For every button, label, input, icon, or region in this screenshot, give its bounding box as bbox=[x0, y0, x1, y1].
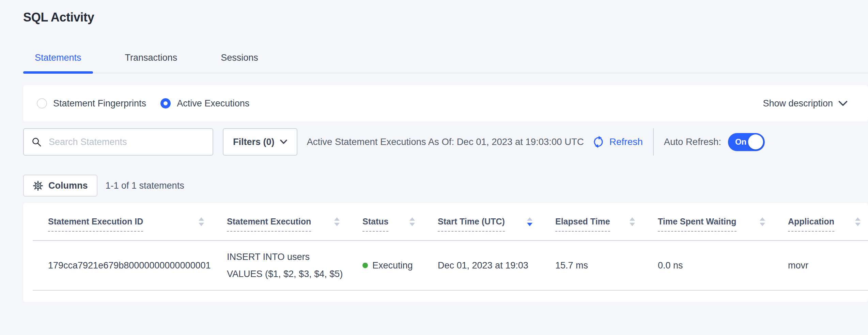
sort-icon bbox=[630, 217, 635, 226]
cell-execution-id: 179cca7921e679b80000000000000001 bbox=[33, 260, 212, 271]
sort-icon bbox=[409, 217, 415, 226]
chevron-down-icon bbox=[838, 101, 848, 106]
search-icon bbox=[31, 137, 42, 147]
cell-application: movr bbox=[773, 260, 868, 271]
sort-icon bbox=[199, 217, 204, 226]
cell-elapsed-time: 15.7 ms bbox=[540, 260, 642, 271]
sort-icon bbox=[760, 217, 765, 226]
tab-statements[interactable]: Statements bbox=[23, 53, 93, 73]
status-dot-icon bbox=[362, 263, 368, 268]
gear-icon bbox=[33, 180, 43, 191]
page-title: SQL Activity bbox=[23, 10, 94, 25]
statements-table-card: Statement Execution ID Statement Executi… bbox=[23, 203, 868, 302]
column-header-elapsed-time[interactable]: Elapsed Time bbox=[540, 212, 642, 232]
result-count: 1-1 of 1 statements bbox=[106, 180, 184, 191]
column-header-application[interactable]: Application bbox=[773, 212, 868, 232]
column-header-time-spent-waiting[interactable]: Time Spent Waiting bbox=[642, 212, 773, 232]
radio-unselected-icon bbox=[37, 98, 47, 108]
filters-label: Filters (0) bbox=[233, 137, 275, 147]
show-description-label: Show description bbox=[763, 98, 833, 109]
column-header-label: Elapsed Time bbox=[555, 217, 610, 232]
refresh-icon bbox=[592, 135, 605, 149]
toggle-state-label: On bbox=[735, 137, 746, 147]
auto-refresh-label: Auto Refresh: bbox=[664, 136, 721, 147]
search-statements-box bbox=[23, 128, 213, 156]
radio-label: Active Executions bbox=[177, 98, 249, 109]
cell-status: Executing bbox=[347, 260, 422, 271]
table-row[interactable]: 179cca7921e679b80000000000000001 INSERT … bbox=[33, 241, 868, 291]
status-label: Executing bbox=[372, 260, 413, 271]
auto-refresh-toggle[interactable]: On bbox=[728, 133, 765, 151]
sort-icon bbox=[334, 217, 340, 226]
filter-bar: Filters (0) Active Statement Executions … bbox=[23, 128, 868, 156]
column-header-status[interactable]: Status bbox=[347, 212, 422, 232]
column-header-label: Statement Execution ID bbox=[48, 217, 143, 232]
columns-label: Columns bbox=[48, 180, 88, 191]
column-header-statement-execution-id[interactable]: Statement Execution ID bbox=[33, 212, 212, 232]
column-header-start-time[interactable]: Start Time (UTC) bbox=[422, 212, 540, 232]
sort-icon bbox=[855, 217, 861, 226]
tab-transactions[interactable]: Transactions bbox=[113, 53, 189, 73]
cell-statement: INSERT INTO users VALUES ($1, $2, $3, $4… bbox=[212, 248, 347, 282]
tab-sessions[interactable]: Sessions bbox=[209, 53, 270, 73]
sort-icon-descending-active bbox=[527, 217, 532, 226]
statements-table: Statement Execution ID Statement Executi… bbox=[33, 203, 868, 291]
as-of-timestamp: Active Statement Executions As Of: Dec 0… bbox=[307, 136, 584, 147]
table-header-row: Statement Execution ID Statement Executi… bbox=[33, 203, 868, 241]
radio-active-executions[interactable]: Active Executions bbox=[160, 98, 249, 109]
columns-button[interactable]: Columns bbox=[23, 175, 97, 196]
radio-selected-icon bbox=[160, 98, 171, 108]
radio-statement-fingerprints[interactable]: Statement Fingerprints bbox=[37, 98, 146, 109]
tab-bar: Statements Transactions Sessions bbox=[23, 41, 868, 73]
vertical-divider bbox=[653, 128, 654, 156]
column-header-label: Application bbox=[788, 217, 834, 232]
chevron-down-icon bbox=[280, 140, 287, 144]
column-header-statement-execution[interactable]: Statement Execution bbox=[212, 212, 347, 232]
toggle-knob-icon bbox=[748, 134, 763, 149]
search-input[interactable] bbox=[48, 136, 205, 148]
radio-label: Statement Fingerprints bbox=[53, 98, 146, 109]
table-controls: Columns 1-1 of 1 statements bbox=[23, 175, 868, 196]
cell-start-time: Dec 01, 2023 at 19:03 bbox=[422, 260, 540, 271]
column-header-label: Start Time (UTC) bbox=[438, 217, 505, 232]
cell-time-spent-waiting: 0.0 ns bbox=[642, 260, 773, 271]
refresh-label: Refresh bbox=[609, 136, 643, 147]
filters-button[interactable]: Filters (0) bbox=[223, 128, 297, 156]
column-header-label: Time Spent Waiting bbox=[658, 217, 737, 232]
view-options-card: Statement Fingerprints Active Executions… bbox=[23, 85, 868, 121]
column-header-label: Statement Execution bbox=[227, 217, 311, 232]
column-header-label: Status bbox=[362, 217, 388, 232]
sql-activity-page: SQL Activity Statements Transactions Ses… bbox=[0, 0, 868, 335]
refresh-button[interactable]: Refresh bbox=[592, 135, 643, 149]
show-description-toggle[interactable]: Show description bbox=[763, 98, 848, 109]
